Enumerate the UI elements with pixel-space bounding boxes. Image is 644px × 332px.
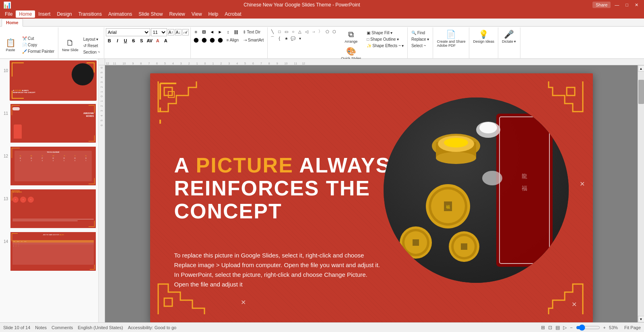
minimize-button[interactable]: — [612,2,621,8]
menu-acrobat[interactable]: Acrobat [221,10,244,18]
clear-format-button[interactable]: 𝒜 [182,29,189,35]
arrange-button[interactable]: ⧉ Arrange [342,28,360,45]
pentagon-shape[interactable]: ⬠ [324,28,330,35]
normal-view-button[interactable]: ⊞ [541,325,545,330]
rect2-shape[interactable]: ▭ [283,28,289,35]
italic-button[interactable]: I [114,37,121,44]
slide-img-11[interactable]: AWESOMEWORDS [10,103,97,143]
align-text-button[interactable]: ≡ Align [225,37,241,43]
select-button[interactable]: Select ~ [409,43,431,49]
slide-canvas[interactable]: ✕ ✕ ✕ ✕ A PICTURE ALWAYS REINFORCES THE … [105,65,638,322]
ellipse-shape[interactable]: ○ [290,28,296,35]
line-shape[interactable]: ╲ [269,28,276,35]
shadow-button[interactable]: S [138,37,145,44]
align-left-button[interactable]: ⬤ [192,36,200,44]
slide-thumb-12[interactable]: 12 THIS IS A CALENDAR SuMoTuWeThFrSa 252… [2,146,97,186]
strikethrough-button[interactable]: S [130,37,137,44]
cut-button[interactable]: ✂️ Cut [20,35,56,42]
font-color-button[interactable]: A [154,37,161,44]
indent-decrease-button[interactable]: ◄ [208,28,216,35]
underline-button[interactable]: U [122,37,129,44]
fit-page-button[interactable]: Fit Page [624,325,641,330]
slide-sorter-button[interactable]: ⊡ [548,325,552,330]
menu-insert[interactable]: Insert [35,10,54,18]
maximize-button[interactable]: □ [623,2,631,8]
reset-button[interactable]: ↺ Reset [81,43,102,49]
find-button[interactable]: 🔍 Find [409,30,431,36]
align-center-button[interactable]: ⬤ [200,36,208,44]
menu-file[interactable]: File [2,10,16,18]
arrow-shape[interactable]: → [310,28,317,35]
create-pdf-button[interactable]: 📄 Create and ShareAdobe PDF [435,28,467,49]
line-spacing-button[interactable]: ↕ [225,28,232,35]
slide-img-13[interactable]: INFOGRAPHICS • • • [10,189,97,229]
design-ideas-button[interactable]: 💡 Design Ideas [471,28,496,45]
paste-button[interactable]: 📋 Paste [2,37,19,53]
menu-view[interactable]: View [188,10,205,18]
slide-thumb-11[interactable]: 11 AWESOMEWORDS [2,103,97,143]
rect-shape[interactable]: □ [276,28,283,35]
highlight-button[interactable]: A [162,37,169,44]
indent-increase-button[interactable]: ► [217,28,224,35]
zoom-level[interactable]: 53% [609,325,621,330]
zoom-slider[interactable] [576,324,600,331]
tab-home[interactable]: Home [2,19,23,27]
menu-help[interactable]: Help [205,10,222,18]
font-size-select[interactable]: 11 [151,28,167,36]
zoom-out-button[interactable]: − [570,325,572,330]
text-direction-button[interactable]: ⇕ Text Dir [241,29,263,35]
slide-thumb-13[interactable]: 13 INFOGRAPHICS • • • [2,189,97,229]
numbering-button[interactable]: ⊟ [200,28,208,35]
section-button[interactable]: Section ~ [81,49,102,55]
layout-button[interactable]: Layout ▾ [81,36,102,42]
triangle-shape[interactable]: △ [297,28,303,35]
bold-button[interactable]: B [106,37,113,44]
menu-slideshow[interactable]: Slide Show [135,10,166,18]
curve-shape[interactable]: ⌒ [269,35,276,42]
menu-home[interactable]: Home [16,10,35,18]
justify-button[interactable]: ⬤ [217,36,224,44]
slide-img-12[interactable]: THIS IS A CALENDAR SuMoTuWeThFrSa 252627… [10,146,97,186]
convert-smartart-button[interactable]: ⇢ SmartArt [242,37,266,43]
close-button[interactable]: ✕ [632,2,641,8]
shape-effects-button[interactable]: ✨ Shape Effects ~ ▾ [365,43,406,49]
dictate-button[interactable]: 🎤 Dictate ▾ [500,28,518,45]
bullets-button[interactable]: ≡ [192,28,200,35]
menu-design[interactable]: Design [54,10,75,18]
callout-shape[interactable]: 💬 [290,35,296,42]
menu-animations[interactable]: Animations [105,10,135,18]
font-grow-button[interactable]: A↑ [168,29,174,35]
char-spacing-button[interactable]: AV [146,37,153,44]
slide-main[interactable]: ✕ ✕ ✕ ✕ A PICTURE ALWAYS REINFORCES THE … [150,73,593,322]
new-slide-button[interactable]: 🗋 New Slide [60,37,80,53]
scroll-up-button[interactable]: ▲ [638,65,644,72]
share-button[interactable]: Share [592,2,611,8]
menu-transitions[interactable]: Transitions [75,10,105,18]
copy-button[interactable]: 📄 Copy [20,42,56,48]
scroll-thumb[interactable] [638,80,644,104]
menu-review[interactable]: Review [166,10,188,18]
format-painter-button[interactable]: 🖌️ Format Painter [20,48,56,54]
comments-button[interactable]: Comments [52,325,73,330]
replace-button[interactable]: Replace ▾ [409,36,431,42]
slideshow-button[interactable]: ▷ [563,325,567,330]
align-right-button[interactable]: ⬤ [208,36,216,44]
slide-thumb-10[interactable]: 10 A PICTURE ALWAYSREINFORCES THE CONCEP… [2,60,97,101]
chevron-shape[interactable]: 〉 [317,28,324,35]
shape-fill-button[interactable]: ▣ Shape Fill ▾ [365,30,406,36]
bracket-shape[interactable]: { [276,35,283,42]
font-family-select[interactable]: Arial [106,28,150,36]
font-shrink-button[interactable]: A↓ [175,29,182,35]
columns-button[interactable]: ||| [233,28,240,35]
rtriangle-shape[interactable]: ◁ [303,28,310,35]
scroll-down-button[interactable]: ▼ [638,316,644,322]
shape-outline-button[interactable]: □ Shape Outline ▾ [365,36,406,42]
hex-shape[interactable]: ⬡ [331,28,337,35]
star-shape[interactable]: ★ [283,35,289,42]
slide-thumb-14[interactable]: 14 ...AND THE SAME GOES FOR VALUES ITEMP… [2,231,97,272]
reading-view-button[interactable]: ▤ [555,325,560,330]
more-shapes[interactable]: ▾ [297,35,303,42]
zoom-in-button[interactable]: + [603,325,606,330]
notes-button[interactable]: Notes [35,325,47,330]
slide-img-10[interactable]: A PICTURE ALWAYSREINFORCES THE CONCEPT [10,60,97,101]
